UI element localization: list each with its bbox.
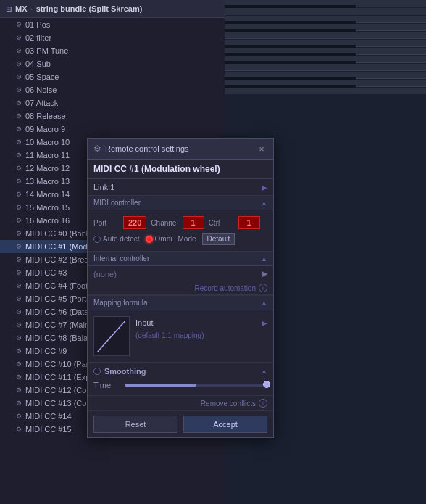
list-item-icon: ⚙ xyxy=(16,230,22,237)
midi-controller-section: Port 220 Channel 1 Ctrl 1 Auto detect Om… xyxy=(88,210,273,252)
omni-circle xyxy=(146,236,153,243)
list-item-icon: ⚙ xyxy=(16,152,22,159)
dialog-title-row: ⚙ Remote control settings xyxy=(93,144,189,154)
ctrl-value[interactable]: 1 xyxy=(238,216,260,229)
bundle-title: MX – string bundle (Split Skream) xyxy=(15,4,142,13)
omni-radio[interactable]: Omni xyxy=(146,235,172,243)
dialog-title: Remote control settings xyxy=(105,144,189,153)
mode-value[interactable]: Default xyxy=(202,233,235,245)
input-label: Input xyxy=(135,318,153,327)
list-item-icon: ⚙ xyxy=(16,112,22,120)
list-item-icon: ⚙ xyxy=(16,139,22,146)
channel-label: Channel xyxy=(151,219,178,227)
list-item-label: 05 Space xyxy=(25,73,59,81)
auto-detect-circle xyxy=(93,236,101,243)
list-item-icon: ⚙ xyxy=(16,282,22,289)
bundle-header: ⊞ MX – string bundle (Split Skream) xyxy=(0,0,225,18)
internal-controller-chevron: ▲ xyxy=(261,255,267,263)
link1-row[interactable]: Link 1 ▶ xyxy=(88,179,273,196)
record-automation-row: Record automation i xyxy=(88,281,273,295)
reset-button[interactable]: Reset xyxy=(93,416,178,433)
list-item-label: 11 Macro 11 xyxy=(25,151,70,160)
list-item[interactable]: ⚙08 Release xyxy=(0,110,225,123)
time-row: Time xyxy=(93,379,267,391)
list-item-icon: ⚙ xyxy=(16,60,22,67)
list-item-label: 14 Macro 14 xyxy=(25,190,70,199)
list-item-label: 09 Macro 9 xyxy=(25,125,65,133)
list-item[interactable]: ⚙04 Sub xyxy=(0,57,225,70)
list-item-label: 03 PM Tune xyxy=(25,46,68,55)
list-item-icon: ⚙ xyxy=(16,86,22,94)
default-mapping-label: (default 1:1 mapping) xyxy=(135,331,267,339)
time-slider-thumb[interactable] xyxy=(263,381,270,388)
mapping-diagram xyxy=(93,316,130,356)
ctrl-label: Ctrl xyxy=(209,219,234,227)
mapping-formula-header[interactable]: Mapping formula ▲ xyxy=(88,296,273,310)
port-value[interactable]: 220 xyxy=(123,216,146,229)
dialog-footer: Reset Accept xyxy=(88,411,273,437)
list-item-icon: ⚙ xyxy=(16,178,22,185)
list-item-icon: ⚙ xyxy=(16,387,22,394)
right-area: C2 ⚙ xyxy=(225,0,426,504)
list-item-icon: ⚙ xyxy=(16,321,22,329)
list-item-icon: ⚙ xyxy=(16,243,22,250)
internal-controller-section: Internal controller ▲ (none) ▶ Record au… xyxy=(88,252,273,296)
mapping-formula-section: Mapping formula ▲ Input ▶ (default 1:1 m… xyxy=(88,296,273,363)
midi-controller-chevron: ▲ xyxy=(261,199,267,207)
midi-controller-label: MIDI controller xyxy=(93,199,141,207)
input-row: Input ▶ xyxy=(135,316,267,329)
list-item-label: 08 Release xyxy=(25,112,66,120)
smoothing-chevron: ▲ xyxy=(261,368,267,375)
mapping-inner: Input ▶ (default 1:1 mapping) xyxy=(88,310,273,362)
list-item-label: MIDI CC #9 xyxy=(25,347,67,355)
list-item-label: 06 Noise xyxy=(25,86,57,94)
piano-roll: C2 xyxy=(225,0,426,94)
link1-arrow: ▶ xyxy=(262,183,267,191)
port-row: Port 220 Channel 1 Ctrl 1 xyxy=(93,216,267,229)
record-info-icon[interactable]: i xyxy=(259,284,267,292)
remove-conflicts-row: Remove conflicts i xyxy=(88,396,273,411)
list-item-icon: ⚙ xyxy=(16,256,22,263)
svg-line-0 xyxy=(98,321,125,352)
auto-detect-label: Auto detect xyxy=(103,235,140,243)
list-item[interactable]: ⚙01 Pos xyxy=(0,18,225,31)
list-item[interactable]: ⚙05 Space xyxy=(0,70,225,83)
list-item[interactable]: ⚙06 Noise xyxy=(0,83,225,96)
remove-conflicts-info-icon[interactable]: i xyxy=(259,399,267,408)
smoothing-header-row: Smoothing ▲ xyxy=(93,367,267,376)
auto-detect-radio[interactable]: Auto detect xyxy=(93,235,140,243)
list-item-label: MIDI CC #14 xyxy=(25,412,72,421)
list-item[interactable]: ⚙09 Macro 9 xyxy=(0,123,225,136)
list-item-label: 16 Macro 16 xyxy=(25,216,70,225)
midi-controller-header[interactable]: MIDI controller ▲ xyxy=(88,196,273,210)
list-item-label: 02 filter xyxy=(25,33,51,42)
internal-controller-header[interactable]: Internal controller ▲ xyxy=(88,252,273,266)
list-item-label: 12 Macro 12 xyxy=(25,164,70,173)
list-item[interactable]: ⚙02 filter xyxy=(0,31,225,44)
list-item-label: 07 Attack xyxy=(25,99,58,107)
smoothing-radio[interactable] xyxy=(93,368,101,375)
time-slider-track[interactable] xyxy=(125,384,267,387)
list-item[interactable]: ⚙03 PM Tune xyxy=(0,44,225,57)
list-item-icon: ⚙ xyxy=(16,73,22,80)
list-item-icon: ⚙ xyxy=(16,21,22,28)
close-button[interactable]: × xyxy=(256,143,267,154)
none-arrow: ▶ xyxy=(262,269,267,278)
none-row[interactable]: (none) ▶ xyxy=(88,266,273,281)
radio-row: Auto detect Omni Mode Default xyxy=(93,233,267,245)
list-item-label: 04 Sub xyxy=(25,59,51,68)
mapping-right: Input ▶ (default 1:1 mapping) xyxy=(135,316,267,356)
channel-value[interactable]: 1 xyxy=(183,216,204,229)
list-item-icon: ⚙ xyxy=(16,295,22,302)
list-item-icon: ⚙ xyxy=(16,125,22,133)
list-item-label: 01 Pos xyxy=(25,20,50,29)
list-item[interactable]: ⚙07 Attack xyxy=(0,96,225,110)
time-slider-fill xyxy=(125,384,196,387)
list-item-icon: ⚙ xyxy=(16,400,22,407)
accept-button[interactable]: Accept xyxy=(183,416,267,433)
mapping-formula-label: Mapping formula xyxy=(93,299,147,307)
list-item-icon: ⚙ xyxy=(16,165,22,172)
input-arrow: ▶ xyxy=(262,319,267,327)
list-item-icon: ⚙ xyxy=(16,413,22,420)
dialog-subtitle: MIDI CC #1 (Modulation wheel) xyxy=(88,160,273,179)
